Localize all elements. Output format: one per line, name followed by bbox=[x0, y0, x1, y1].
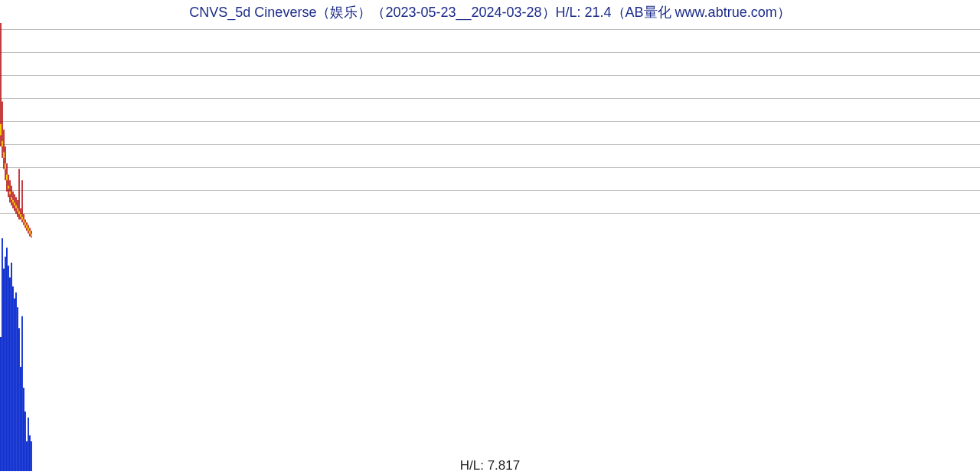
svg-rect-20 bbox=[5, 257, 6, 471]
svg-rect-23 bbox=[6, 247, 8, 471]
svg-rect-19 bbox=[5, 163, 6, 169]
svg-rect-31 bbox=[11, 197, 12, 200]
svg-rect-67 bbox=[29, 231, 31, 234]
svg-rect-38 bbox=[14, 298, 15, 471]
chart-footer: H/L: 7.817 bbox=[0, 458, 980, 473]
svg-rect-35 bbox=[12, 287, 14, 471]
svg-rect-13 bbox=[2, 141, 3, 146]
svg-rect-43 bbox=[17, 208, 18, 211]
svg-rect-26 bbox=[8, 266, 9, 471]
stock-chart: CNVS_5d Cineverse（娱乐）（2023-05-23__2024-0… bbox=[0, 0, 980, 475]
chart-svg bbox=[0, 0, 980, 475]
svg-rect-53 bbox=[21, 316, 23, 471]
svg-rect-70 bbox=[31, 234, 32, 237]
svg-rect-14 bbox=[2, 238, 3, 471]
svg-rect-44 bbox=[17, 307, 18, 471]
svg-rect-10 bbox=[0, 124, 2, 136]
svg-rect-28 bbox=[9, 192, 11, 195]
svg-rect-25 bbox=[8, 186, 9, 189]
svg-rect-29 bbox=[9, 277, 11, 471]
svg-rect-22 bbox=[6, 175, 8, 180]
svg-rect-40 bbox=[15, 205, 17, 208]
svg-rect-16 bbox=[3, 152, 5, 158]
svg-rect-47 bbox=[18, 328, 20, 471]
svg-rect-55 bbox=[23, 220, 24, 223]
svg-rect-32 bbox=[11, 263, 12, 471]
svg-rect-41 bbox=[15, 293, 17, 471]
svg-rect-58 bbox=[24, 222, 26, 225]
svg-rect-17 bbox=[3, 269, 5, 471]
svg-rect-46 bbox=[18, 211, 20, 215]
svg-rect-11 bbox=[0, 337, 2, 471]
svg-rect-50 bbox=[20, 367, 21, 471]
svg-rect-34 bbox=[12, 200, 14, 203]
svg-rect-37 bbox=[14, 203, 15, 206]
svg-rect-52 bbox=[21, 217, 23, 220]
svg-rect-64 bbox=[28, 228, 29, 231]
svg-rect-49 bbox=[20, 214, 21, 217]
svg-rect-61 bbox=[26, 225, 28, 228]
